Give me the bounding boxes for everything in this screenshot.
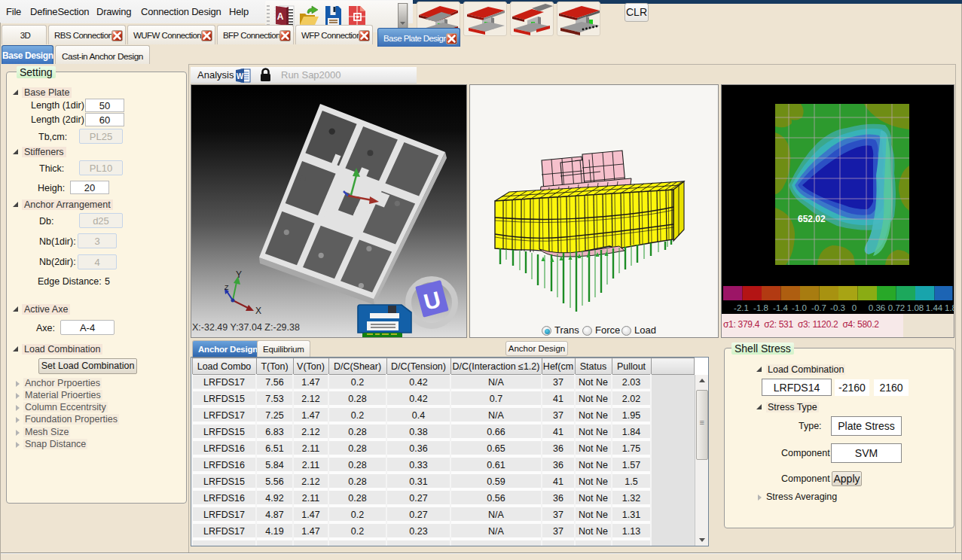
svg-text:-1.8: -1.8 bbox=[753, 303, 768, 312]
svg-text:0.36: 0.36 bbox=[869, 303, 885, 312]
svg-text:Z: Z bbox=[224, 284, 229, 291]
svg-text:X:-32.49 Y:37.04 Z:-29.38: X:-32.49 Y:37.04 Z:-29.38 bbox=[192, 322, 300, 333]
svg-text:-1.4: -1.4 bbox=[773, 303, 788, 312]
svg-text:1.08: 1.08 bbox=[907, 303, 924, 312]
svg-text:652.02: 652.02 bbox=[798, 214, 826, 224]
svg-text:-1.0: -1.0 bbox=[792, 303, 807, 312]
svg-text:A: A bbox=[277, 11, 284, 22]
svg-text:1.8: 1.8 bbox=[945, 303, 954, 312]
svg-text:W: W bbox=[237, 72, 244, 81]
svg-text:0: 0 bbox=[852, 303, 857, 312]
svg-text:-2.1: -2.1 bbox=[734, 303, 749, 312]
svg-text:-0.3: -0.3 bbox=[830, 303, 845, 312]
svg-text:Y: Y bbox=[236, 269, 242, 280]
svg-text:X: X bbox=[255, 306, 261, 316]
svg-text:-0.7: -0.7 bbox=[811, 303, 826, 312]
svg-text:0.72: 0.72 bbox=[888, 303, 905, 312]
svg-text:1.44: 1.44 bbox=[926, 303, 943, 312]
svg-text:σ1: 379.4 σ2: 531 σ3: 1120.2: σ1: 379.4 σ2: 531 σ3: 1120.2 σ4: 580.2 bbox=[723, 319, 879, 330]
